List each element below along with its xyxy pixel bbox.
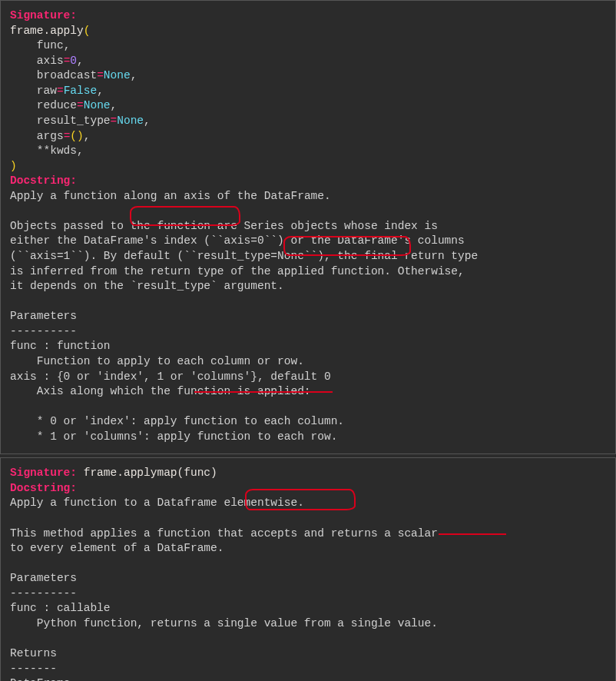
signature-label: Signature: — [10, 9, 77, 22]
arg-args-val: () — [70, 130, 83, 142]
arg-resulttype-name: result_type — [37, 115, 111, 127]
doc-line-1b: elementwise. — [224, 497, 303, 509]
docstring-label: Docstring: — [10, 482, 77, 494]
doc-line-1a: Apply a function to a Dataframe — [10, 497, 224, 509]
params-header: Parameters — [10, 572, 77, 584]
arg-args-name: args — [37, 130, 64, 142]
doc-line-1a: Apply a function — [10, 190, 124, 202]
doc-line-3b: a scalar — [384, 527, 438, 540]
doc-line-3c: whose index is — [344, 220, 438, 232]
doc-line-1c: of the DataFrame. — [217, 190, 331, 202]
returns-header: Returns — [10, 647, 57, 659]
param-func: func : function — [10, 340, 111, 352]
param-func: func : callable — [10, 602, 111, 614]
doc-line-5: (``axis=1``). By default (``result_type=… — [10, 250, 478, 262]
bullet-0: * 0 or 'index': apply function to each c… — [10, 415, 344, 427]
sig-callable: frame.apply — [10, 25, 84, 37]
arg-axis-name: axis — [37, 55, 64, 67]
doc-line-7: it depends on the `result_type` argument… — [10, 280, 284, 292]
param-axis: axis : {0 or 'index', 1 or 'columns'}, d… — [10, 370, 331, 383]
bullet-1: * 1 or 'columns': apply function to each… — [10, 430, 337, 443]
param-func-desc: Python function, returns a single value … — [10, 617, 438, 630]
arg-broadcast-val: None — [104, 69, 131, 81]
doc-line-3a: This method applies a function that acce… — [10, 527, 384, 540]
param-func-desc-a: Function to apply to — [10, 355, 177, 367]
docstring-label: Docstring: — [10, 174, 77, 187]
params-rule: ---------- — [10, 587, 77, 600]
param-func-desc-c: . — [297, 355, 304, 367]
arg-reduce-name: reduce — [37, 99, 77, 111]
params-header: Parameters — [10, 310, 77, 322]
doc-line-4: to every element of a DataFrame. — [10, 542, 224, 554]
param-axis-desc: Axis along which the function is applied… — [10, 385, 311, 397]
doc-line-3b: Series objects — [244, 220, 345, 232]
params-rule: ---------- — [10, 325, 77, 337]
returns-rule: ------- — [10, 663, 57, 675]
arg-raw-name: raw — [37, 85, 57, 97]
arg-broadcast-name: broadcast — [37, 69, 97, 81]
arg-kwds: **kwds — [37, 145, 77, 157]
sig-callable: frame.applymap(func) — [77, 467, 217, 479]
applymap-doc-panel: Signature: frame.applymap(func) Docstrin… — [0, 457, 616, 681]
arg-reduce-val: None — [84, 99, 111, 111]
doc-line-6: is inferred from the return type of the … — [10, 265, 465, 277]
applymap-signature: Signature: frame.applymap(func) Docstrin… — [10, 466, 606, 681]
doc-line-4: either the DataFrame's index (``axis=0``… — [10, 234, 465, 247]
arg-resulttype-val: None — [117, 115, 144, 127]
arg-func: func — [37, 39, 64, 51]
paren-close: ) — [10, 160, 17, 172]
doc-line-3a: Objects passed to the function are — [10, 220, 244, 232]
returns-type: DataFrame — [10, 677, 70, 681]
signature-label: Signature: — [10, 467, 77, 479]
param-func-desc-b: each column or row — [177, 355, 298, 367]
paren-open: ( — [84, 25, 91, 37]
apply-signature: Signature: frame.apply( func, axis=0, br… — [10, 8, 606, 444]
arg-raw-val: False — [64, 85, 98, 97]
doc-line-1b: along an axis — [124, 190, 217, 202]
arg-axis-val: 0 — [70, 55, 77, 67]
apply-doc-panel: Signature: frame.apply( func, axis=0, br… — [0, 0, 616, 454]
